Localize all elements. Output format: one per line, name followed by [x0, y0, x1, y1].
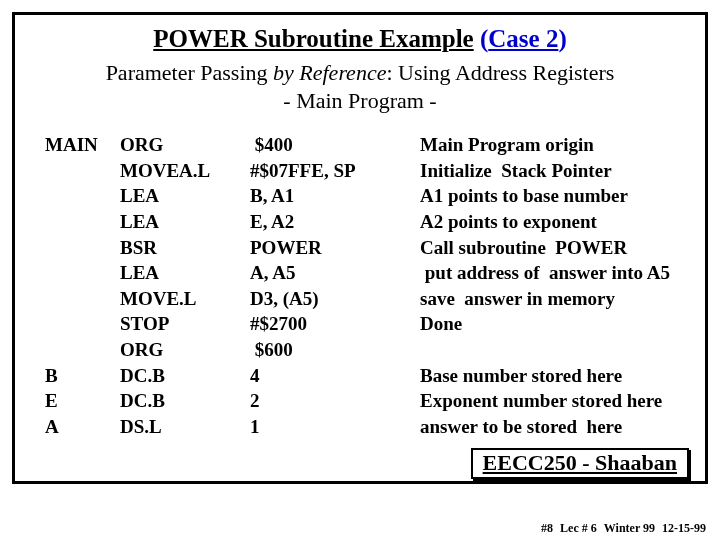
code-opcode: ORG: [120, 132, 250, 158]
code-opcode: DS.L: [120, 414, 250, 440]
title-plain: POWER Subroutine Example: [153, 25, 473, 52]
code-row: BSRPOWERCall subroutine POWER: [45, 235, 697, 261]
title-case: Case 2: [488, 25, 558, 52]
footer-term: Winter 99: [604, 521, 655, 535]
code-operand: #$07FFE, SP: [250, 158, 420, 184]
subtitle-post: : Using Address Registers: [386, 60, 614, 85]
code-operand: A, A5: [250, 260, 420, 286]
code-opcode: LEA: [120, 209, 250, 235]
code-comment: save answer in memory: [420, 286, 697, 312]
code-comment: Exponent number stored here: [420, 388, 697, 414]
assembly-listing: MAINORG $400Main Program originMOVEA.L#$…: [45, 132, 697, 440]
code-opcode: STOP: [120, 311, 250, 337]
code-label: E: [45, 388, 120, 414]
code-row: LEAB, A1A1 points to base number: [45, 183, 697, 209]
code-operand: $600: [250, 337, 420, 363]
code-row: BDC.B4Base number stored here: [45, 363, 697, 389]
code-label: [45, 183, 120, 209]
code-label: [45, 209, 120, 235]
code-operand: POWER: [250, 235, 420, 261]
code-label: [45, 311, 120, 337]
code-row: EDC.B2Exponent number stored here: [45, 388, 697, 414]
code-opcode: MOVEA.L: [120, 158, 250, 184]
code-comment: answer to be stored here: [420, 414, 697, 440]
code-operand: 2: [250, 388, 420, 414]
subtitle-pre: Parameter Passing: [106, 60, 273, 85]
subtitle-emph: by Reference: [273, 60, 386, 85]
code-row: ORG $600: [45, 337, 697, 363]
code-opcode: BSR: [120, 235, 250, 261]
code-row: MAINORG $400Main Program origin: [45, 132, 697, 158]
code-row: ADS.L1answer to be stored here: [45, 414, 697, 440]
code-operand: 1: [250, 414, 420, 440]
code-label: A: [45, 414, 120, 440]
code-row: STOP#$2700Done: [45, 311, 697, 337]
code-operand: 4: [250, 363, 420, 389]
code-comment: Call subroutine POWER: [420, 235, 697, 261]
code-operand: E, A2: [250, 209, 420, 235]
code-opcode: MOVE.L: [120, 286, 250, 312]
title-case-close: ): [558, 25, 566, 52]
code-opcode: DC.B: [120, 388, 250, 414]
code-comment: Initialize Stack Pointer: [420, 158, 697, 184]
code-label: [45, 286, 120, 312]
code-row: LEAA, A5 put address of answer into A5: [45, 260, 697, 286]
slide-frame: POWER Subroutine Example (Case 2) Parame…: [12, 12, 708, 484]
code-row: MOVE.LD3, (A5)save answer in memory: [45, 286, 697, 312]
slide-subtitle: Parameter Passing by Reference: Using Ad…: [23, 59, 697, 114]
code-label: B: [45, 363, 120, 389]
code-comment: Main Program origin: [420, 132, 697, 158]
code-opcode: ORG: [120, 337, 250, 363]
footer-slide-num: #8: [541, 521, 553, 535]
subtitle-line2: - Main Program -: [283, 88, 436, 113]
code-comment: Done: [420, 311, 697, 337]
code-label: [45, 337, 120, 363]
code-row: MOVEA.L#$07FFE, SPInitialize Stack Point…: [45, 158, 697, 184]
code-comment: put address of answer into A5: [420, 260, 697, 286]
code-operand: B, A1: [250, 183, 420, 209]
code-row: LEAE, A2A2 points to exponent: [45, 209, 697, 235]
code-operand: D3, (A5): [250, 286, 420, 312]
code-label: MAIN: [45, 132, 120, 158]
footer-lecture: Lec # 6: [560, 521, 597, 535]
code-comment: Base number stored here: [420, 363, 697, 389]
code-comment: A1 points to base number: [420, 183, 697, 209]
code-opcode: DC.B: [120, 363, 250, 389]
slide-title: POWER Subroutine Example (Case 2): [23, 25, 697, 53]
code-opcode: LEA: [120, 260, 250, 286]
code-comment: [420, 337, 697, 363]
footer-date: 12-15-99: [662, 521, 706, 535]
code-label: [45, 158, 120, 184]
code-operand: #$2700: [250, 311, 420, 337]
code-label: [45, 235, 120, 261]
course-footer-box: EECC250 - Shaaban: [471, 448, 689, 479]
code-opcode: LEA: [120, 183, 250, 209]
code-label: [45, 260, 120, 286]
page-footer: #8 Lec # 6 Winter 99 12-15-99: [537, 521, 706, 536]
code-operand: $400: [250, 132, 420, 158]
code-comment: A2 points to exponent: [420, 209, 697, 235]
